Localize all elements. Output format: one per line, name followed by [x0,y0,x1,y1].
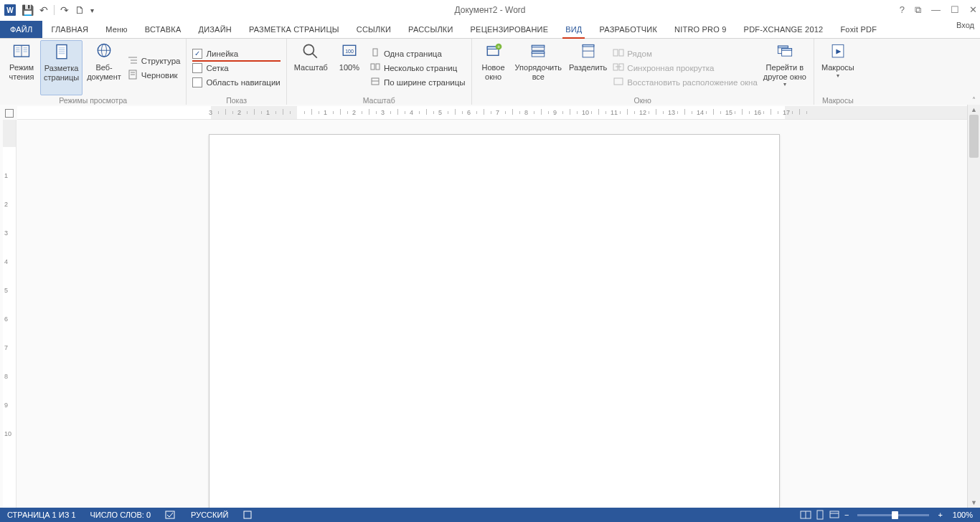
slider-knob[interactable] [892,511,898,519]
tab-menu[interactable]: Меню [97,21,136,38]
collapse-ribbon-icon[interactable]: ˄ [972,96,976,104]
vertical-scrollbar[interactable]: ▲ ▼ [967,105,980,508]
save-icon[interactable]: 💾 [22,4,34,16]
tab-mailings[interactable]: РАССЫЛКИ [400,21,461,38]
label: 100% [339,63,359,72]
label: Масштаб [294,63,328,72]
ribbon-display-icon[interactable]: ⧉ [915,4,921,16]
view-read-icon[interactable] [798,508,813,521]
zoom-in-button[interactable]: + [935,511,945,519]
label: Структура [141,57,181,65]
draft-button[interactable]: Черновик [126,68,182,82]
label: Линейка [206,49,238,58]
label: Макросы [821,63,854,72]
svg-text:+: + [497,44,500,49]
status-language[interactable]: РУССКИЙ [184,511,235,519]
side-by-side-button[interactable]: Рядом [611,47,758,61]
one-page-button[interactable]: Одна страница [368,47,467,61]
help-icon[interactable]: ? [900,4,905,16]
word-app-icon[interactable]: W [4,4,16,16]
new-window-button[interactable]: + Новое окно [476,40,511,95]
group-zoom: Масштаб 100 100% Одна страница Несколько… [287,39,472,106]
svg-rect-26 [373,49,377,56]
multi-page-button[interactable]: Несколько страниц [368,61,467,75]
new-doc-icon[interactable]: 🗋 [75,4,85,16]
tab-home[interactable]: ГЛАВНАЯ [42,21,97,38]
reset-window-icon [613,76,624,89]
quick-access-toolbar: W 💾 ↶ ↷ 🗋 ▾ [0,4,94,16]
vertical-ruler[interactable]: 12345678910 [3,120,17,508]
ribbon-tabs: ФАЙЛ ГЛАВНАЯ Меню ВСТАВКА ДИЗАЙН РАЗМЕТК… [0,21,980,39]
nav-pane-checkbox[interactable]: Область навигации [191,75,281,90]
label: Сетка [206,64,228,72]
tab-insert[interactable]: ВСТАВКА [136,21,190,38]
document-canvas[interactable] [17,120,980,508]
svg-rect-53 [166,511,174,518]
status-word-count[interactable]: ЧИСЛО СЛОВ: 0 [83,511,159,519]
print-layout-button[interactable]: Разметка страницы [40,40,83,95]
status-page[interactable]: СТРАНИЦА 1 ИЗ 1 [0,511,83,519]
qat-more-icon[interactable]: ▾ [90,6,94,14]
label: Разделить [569,63,607,72]
tab-design[interactable]: ДИЗАЙН [190,21,240,38]
minimize-icon[interactable]: — [931,4,941,16]
draft-icon [127,69,138,82]
label: Разметка страницы [44,64,79,82]
side-by-side-icon [613,47,624,60]
sign-in-link[interactable]: Вход [956,21,974,29]
label: Режим чтения [9,63,34,81]
tab-review[interactable]: РЕЦЕНЗИРОВАНИЕ [462,21,557,38]
group-views: Режим чтения Разметка страницы Веб- доку… [0,39,187,106]
svg-rect-42 [613,49,618,56]
split-button[interactable]: Разделить [566,40,610,95]
tab-layout[interactable]: РАЗМЕТКА СТРАНИЦЫ [240,21,348,38]
status-spellcheck[interactable] [158,510,184,520]
read-mode-button[interactable]: Режим чтения [4,40,39,95]
svg-rect-54 [244,511,251,518]
close-icon[interactable]: ✕ [969,4,977,16]
horizontal-ruler[interactable]: 3211234567891011121314151617 [17,106,967,120]
zoom-100-button[interactable]: 100 100% [332,40,367,95]
tab-references[interactable]: ССЫЛКИ [348,21,400,38]
redo-icon[interactable]: ↷ [60,4,69,16]
status-macro[interactable] [235,510,260,520]
zoom-out-button[interactable]: − [842,511,852,519]
outline-button[interactable]: Структура [126,54,182,68]
tab-pdfxchange[interactable]: PDF-XCHANGE 2012 [735,21,832,38]
scroll-thumb[interactable] [969,115,979,158]
view-print-icon[interactable] [813,508,827,521]
sync-scroll-icon [613,62,624,75]
page-width-button[interactable]: По ширине страницы [368,75,467,90]
label: Синхронная прокрутка [627,64,714,72]
status-bar: СТРАНИЦА 1 ИЗ 1 ЧИСЛО СЛОВ: 0 РУССКИЙ − … [0,508,980,522]
scroll-down-icon[interactable]: ▼ [968,498,980,508]
sync-scroll-button[interactable]: Синхронная прокрутка [611,61,758,75]
arrange-all-button[interactable]: Упорядочить все [512,40,565,95]
switch-windows-button[interactable]: Перейти в другое окно ▾ [760,40,809,95]
reset-window-button[interactable]: Восстановить расположение окна [611,75,758,90]
zoom-button[interactable]: Масштаб [291,40,331,95]
highlight [192,60,280,62]
tab-view[interactable]: ВИД [557,21,590,38]
zoom-level[interactable]: 100% [946,511,980,519]
web-layout-button[interactable]: Веб- документ [84,40,124,95]
page[interactable] [209,134,780,508]
tab-foxit[interactable]: Foxit PDF [831,21,885,38]
tab-nitro[interactable]: NITRO PRO 9 [666,21,735,38]
tab-stop-selector[interactable] [3,106,14,118]
scroll-up-icon[interactable]: ▲ [968,105,980,115]
chevron-down-icon: ▾ [837,72,839,79]
svg-rect-48 [778,46,788,48]
zoom-slider[interactable] [857,514,929,516]
tab-file[interactable]: ФАЙЛ [0,21,42,38]
view-web-icon[interactable] [827,508,842,521]
maximize-icon[interactable]: ☐ [951,4,959,16]
checkbox-icon: ✓ [192,49,202,59]
tab-developer[interactable]: РАЗРАБОТЧИК [590,21,666,38]
macros-button[interactable]: Макросы ▾ [819,40,857,95]
label: Рядом [627,49,652,58]
ruler-checkbox[interactable]: ✓ Линейка [191,47,281,61]
undo-icon[interactable]: ↶ [39,4,48,16]
gridlines-checkbox[interactable]: Сетка [191,61,281,75]
checkbox-icon [192,77,202,87]
